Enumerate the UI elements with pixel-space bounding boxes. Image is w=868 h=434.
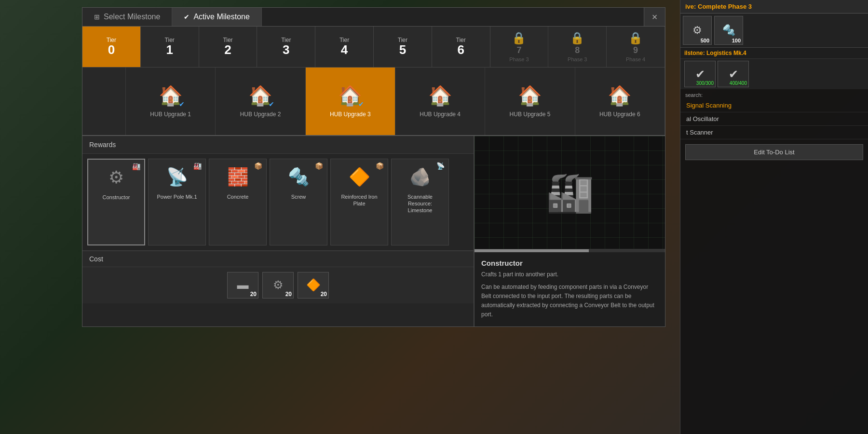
hub-upgrade-5-label: HUB Upgrade 5: [510, 111, 551, 118]
reward-item-reinforced-iron-plate[interactable]: 📦 🔶 Reinforced Iron Plate: [330, 159, 388, 245]
grid-icon: ⊞: [94, 13, 100, 21]
milestone-hub-upgrade-2[interactable]: 🏠 ✔ HUB Upgrade 2: [216, 68, 305, 135]
reward-item-screw[interactable]: 📦 🔩 Screw: [270, 159, 327, 245]
sidebar-gear-icon: ⚙: [692, 24, 702, 37]
sidebar-icon-box-1[interactable]: ⚙ 500: [683, 16, 712, 45]
tier-tab-4[interactable]: Tier 4: [315, 27, 374, 67]
hub-upgrade-3-icon: 🏠 ✔: [338, 84, 362, 107]
cost-item-1: ▬ 20: [227, 272, 258, 298]
cost-count-3: 20: [321, 291, 327, 298]
sidebar-count-1: 500: [701, 38, 709, 43]
hub-upgrade-6-icon: 🏠: [608, 84, 632, 107]
progress-box-1: ✔ 300/300: [684, 61, 716, 87]
hub-upgrade-2-icon: 🏠 ✔: [248, 84, 272, 107]
constructor-preview-image: 🏭: [546, 170, 594, 215]
screw-reward-name: Screw: [291, 193, 306, 200]
detail-progress-bar: [475, 249, 665, 252]
tier-tab-2[interactable]: Tier 2: [199, 27, 258, 67]
tier-0-label: Tier: [107, 37, 116, 43]
reward-type-box-icon-2: 📦: [315, 162, 323, 170]
sidebar-icons-row1: ⚙ 500 🔩 100: [680, 14, 868, 48]
milestone-hub-upgrade-1[interactable]: 🏠 ✔ HUB Upgrade 1: [126, 68, 216, 135]
tier-tab-8[interactable]: 🔒 8 Phase 3: [548, 27, 607, 67]
cost-img-2: ⚙ 20: [262, 272, 294, 298]
progress-box-2: ✔ 400/400: [718, 61, 749, 87]
progress-count-1: 300/300: [696, 81, 714, 86]
milestone-hub-upgrade-4[interactable]: 🏠 HUB Upgrade 4: [395, 68, 485, 135]
rewards-title: Rewards: [82, 136, 474, 154]
detail-subtitle: Crafts 1 part into another part.: [481, 271, 658, 278]
limestone-reward-name: Scannable Resource: Limestone: [395, 193, 445, 214]
sidebar-icon-box-2[interactable]: 🔩 100: [714, 16, 743, 45]
tier-2-label: Tier: [223, 37, 232, 43]
progress-count-2: 400/400: [730, 81, 747, 86]
hub-3-check-icon: ✔: [358, 100, 364, 108]
cost-title: Cost: [82, 251, 474, 267]
sidebar-search-label: search:: [680, 89, 868, 99]
tier-8-phase: Phase 3: [568, 56, 587, 62]
tab-active-milestone[interactable]: ✔ Active Milestone: [172, 8, 262, 26]
hub-upgrade-3-label: HUB Upgrade 3: [330, 111, 371, 118]
constructor-reward-img: ⚙: [102, 164, 131, 191]
screw-reward-img: 🔩: [284, 164, 313, 190]
milestone-spacer: [82, 68, 126, 135]
reward-item-concrete[interactable]: 📦 🧱 Concrete: [209, 159, 267, 245]
lock-icon-7: 🔒: [512, 31, 526, 45]
sidebar-item-signal-scanning[interactable]: Signal Scanning: [680, 99, 868, 112]
sidebar-icon-item-2: 🔩 100: [714, 16, 743, 45]
hub-upgrade-1-icon: 🏠 ✔: [159, 84, 183, 107]
detail-panel: 🏭 Constructor Crafts 1 part into another…: [475, 136, 665, 326]
tier-8-number: 8: [575, 46, 580, 55]
reward-item-constructor[interactable]: 🏭 ⚙ Constructor: [87, 159, 145, 245]
reward-item-power-pole[interactable]: 🏭 📡 Power Pole Mk.1: [148, 159, 206, 245]
tier-tab-0[interactable]: Tier 0: [82, 27, 141, 67]
tier-4-number: 4: [341, 43, 348, 57]
lock-icon-9: 🔒: [628, 31, 643, 45]
reward-item-scannable-limestone[interactable]: 📡 🪨 Scannable Resource: Limestone: [391, 159, 449, 245]
rewards-grid: 🏭 ⚙ Constructor 🏭 📡 Power Pole Mk.1 📦 🧱: [82, 154, 474, 250]
tier-tab-5[interactable]: Tier 5: [374, 27, 432, 67]
hub-upgrade-2-label: HUB Upgrade 2: [240, 111, 281, 118]
progress-icon-1[interactable]: ✔ 300/300: [684, 61, 716, 87]
milestone-hub-upgrade-6[interactable]: 🏠 HUB Upgrade 6: [575, 68, 665, 135]
tab-select-milestone[interactable]: ⊞ Select Milestone: [82, 8, 172, 26]
hub-2-check-icon: ✔: [269, 100, 274, 108]
sidebar-count-2: 100: [732, 38, 741, 43]
tier-3-number: 3: [283, 43, 289, 57]
concrete-reward-img: 🧱: [223, 164, 252, 190]
reward-type-factory-icon-2: 🏭: [193, 162, 202, 170]
cost-items: ▬ 20 ⚙ 20 🔶: [82, 267, 474, 303]
tier-tab-1[interactable]: Tier 1: [141, 27, 199, 67]
close-button[interactable]: ×: [644, 8, 665, 26]
power-pole-reward-name: Power Pole Mk.1: [157, 193, 197, 200]
sidebar-item-scanner[interactable]: t Scanner: [680, 126, 868, 139]
tier-6-label: Tier: [456, 37, 466, 43]
sidebar-item-oscillator[interactable]: al Oscillator: [680, 112, 868, 126]
tier-tab-9[interactable]: 🔒 9 Phase 4: [607, 27, 665, 67]
tier-tab-3[interactable]: Tier 3: [257, 27, 315, 67]
tier-5-number: 5: [399, 43, 406, 57]
tier-7-phase: Phase 3: [509, 56, 529, 62]
lock-icon-8: 🔒: [570, 31, 584, 45]
tier-tab-7[interactable]: 🔒 7 Phase 3: [490, 27, 549, 67]
tier-tab-6[interactable]: Tier 6: [432, 27, 490, 67]
cost-count-1: 20: [250, 291, 257, 298]
reward-type-scan-icon: 📡: [436, 162, 445, 170]
hub-upgrade-5-icon: 🏠: [518, 84, 542, 107]
reward-type-box-icon-3: 📦: [376, 162, 384, 170]
progress-icon-2[interactable]: ✔ 400/400: [718, 61, 749, 87]
tier-4-label: Tier: [339, 37, 349, 43]
milestone-hub-upgrade-5[interactable]: 🏠 HUB Upgrade 5: [485, 68, 575, 135]
detail-progress-fill: [475, 249, 589, 252]
detail-description: Can be automated by feeding component pa…: [481, 283, 658, 320]
edit-todo-button[interactable]: Edit To-Do List: [685, 144, 863, 160]
modal-header: ⊞ Select Milestone ✔ Active Milestone ×: [82, 8, 665, 27]
milestone-hub-upgrade-3[interactable]: 🏠 ✔ HUB Upgrade 3: [306, 68, 395, 135]
hub-upgrade-4-icon: 🏠: [428, 84, 452, 107]
check-icon: ✔: [184, 13, 190, 21]
tier-7-number: 7: [516, 46, 521, 55]
tab-select-label: Select Milestone: [104, 13, 160, 21]
cost-count-2: 20: [285, 291, 292, 298]
sidebar-phase-label: ive: Complete Phase 3: [680, 0, 868, 14]
hub-upgrade-1-label: HUB Upgrade 1: [150, 111, 191, 118]
